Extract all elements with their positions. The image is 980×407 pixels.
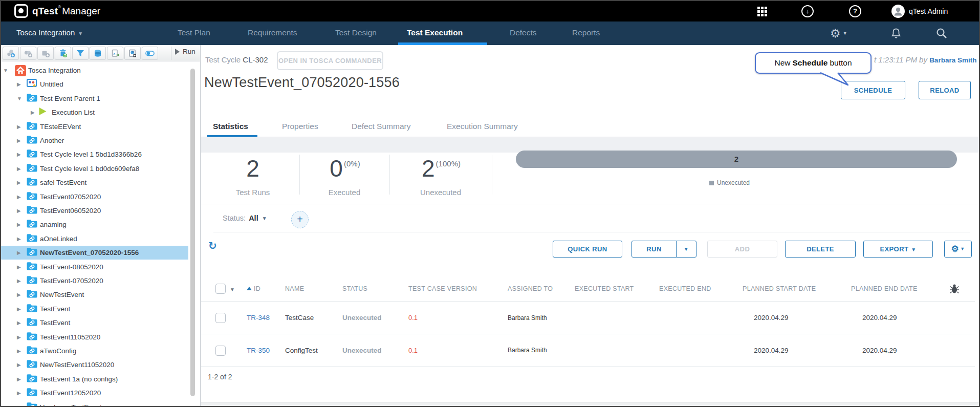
- row-checkbox[interactable]: [215, 313, 226, 323]
- tree-item-testeeevent[interactable]: ▶TEsteEEVent: [1, 120, 188, 134]
- user-name[interactable]: qTest Admin: [909, 7, 948, 15]
- run-button-toolbar[interactable]: Run: [175, 48, 195, 55]
- tree-item-testevent11052020[interactable]: ▶TestEvent11052020: [1, 330, 188, 344]
- tree-caret-icon[interactable]: ▶: [17, 180, 21, 185]
- tree-item-newtestevent11052020[interactable]: ▶NewTestEvent11052020: [1, 358, 188, 372]
- nav-item-defects[interactable]: Defects: [510, 28, 537, 37]
- grid-settings-button[interactable]: ⚙▼: [944, 241, 972, 258]
- add-filter-button[interactable]: +: [291, 211, 309, 228]
- nav-item-test-execution[interactable]: Test Execution: [407, 28, 463, 37]
- export-button[interactable]: EXPORT▼: [863, 241, 933, 258]
- tab-execution-summary[interactable]: Execution Summary: [447, 122, 518, 131]
- delete-button[interactable]: DELETE: [785, 241, 856, 258]
- tree-item-untitled[interactable]: ▶Untitled: [1, 77, 188, 91]
- filter-icon[interactable]: [72, 47, 89, 60]
- tree-caret-icon[interactable]: ▶: [17, 306, 21, 312]
- tree-item-testevent12052020[interactable]: ▶TestEvent12052020: [1, 386, 188, 400]
- nav-item-requirements[interactable]: Requirements: [248, 28, 297, 37]
- tree-caret-icon[interactable]: ▶: [17, 264, 21, 270]
- download-icon[interactable]: ↓: [801, 5, 814, 17]
- tree-scrollbar[interactable]: [190, 69, 195, 396]
- modified-by-link[interactable]: Barbara Smith: [929, 56, 976, 64]
- tree-caret-icon[interactable]: ▶: [17, 334, 21, 340]
- project-selector[interactable]: Tosca Integration▼: [16, 28, 83, 37]
- recycle-bin-icon[interactable]: [55, 47, 71, 60]
- tree-item-testevent-1a-no-configs-[interactable]: ▶TestEvent 1a (no configs): [1, 372, 188, 386]
- tree-caret-icon[interactable]: ▶: [17, 166, 21, 172]
- column-header-test-case-version[interactable]: TEST CASE VERSION: [408, 276, 477, 302]
- row-checkbox[interactable]: [215, 346, 226, 356]
- tree-item-testevent06052020[interactable]: ▶TestEvent06052020: [1, 204, 188, 218]
- tree-caret-icon[interactable]: ▶: [17, 390, 21, 396]
- column-header-id[interactable]: ID: [254, 276, 260, 302]
- select-all-checkbox[interactable]: [215, 284, 226, 294]
- tree-item-test-cycle-level-1-5bd1d3366b26[interactable]: ▶Test Cycle level 1 5bd1d3366b26: [1, 147, 188, 161]
- quick-run-button[interactable]: QUICK RUN: [553, 241, 622, 258]
- settings-gear-icon[interactable]: ⚙▼: [830, 22, 847, 45]
- bottom-scrollbar-track[interactable]: [201, 402, 980, 407]
- search-icon[interactable]: [935, 22, 948, 45]
- column-header-status[interactable]: STATUS: [342, 276, 367, 302]
- nav-item-test-design[interactable]: Test Design: [335, 28, 377, 37]
- run-button[interactable]: RUN: [631, 241, 677, 258]
- refresh-icon[interactable]: ↻: [208, 240, 217, 252]
- tree-item-newtestevent-07052020-1556[interactable]: ▶NewTestEvent_07052020-1556: [1, 246, 188, 260]
- tree-caret-icon[interactable]: ▶: [17, 138, 21, 143]
- tree-item-anaming[interactable]: ▶anaming: [1, 218, 188, 231]
- tree-item-atwoconfig[interactable]: ▶aTwoConfig: [1, 344, 188, 358]
- tree-caret-icon[interactable]: ▶: [17, 250, 21, 255]
- column-header-name[interactable]: NAME: [285, 276, 304, 302]
- status-filter[interactable]: Status: All ▼: [223, 214, 267, 222]
- reports-icon[interactable]: [124, 47, 141, 60]
- tree-item-testevent-07052020[interactable]: ▶TestEvent-07052020: [1, 274, 188, 288]
- nav-item-test-plan[interactable]: Test Plan: [178, 28, 210, 37]
- add-test-cycle-icon[interactable]: [37, 47, 54, 60]
- tree-caret-icon[interactable]: ▶: [17, 362, 21, 368]
- tree-item-test-event-parent-1[interactable]: ▼Test Event Parent 1: [1, 92, 188, 105]
- apps-grid-icon[interactable]: [757, 7, 767, 16]
- add-test-runs-icon[interactable]: [3, 47, 19, 60]
- run-dropdown-button[interactable]: ▼: [676, 241, 696, 258]
- tree-item-tosca-integration[interactable]: ▼Tosca Integration: [1, 63, 188, 77]
- notifications-bell-icon[interactable]: [890, 22, 902, 45]
- tree-caret-icon[interactable]: ▶: [17, 81, 21, 87]
- tree-item-testevent-08052020[interactable]: ▶TestEvent-08052020: [1, 260, 188, 274]
- tree-item-testevent[interactable]: ▶TestEvent: [1, 316, 188, 330]
- column-header-executed-end[interactable]: EXECUTED END: [659, 276, 711, 302]
- export-data-icon[interactable]: x: [107, 47, 123, 60]
- tree-item-verylargetestevent[interactable]: ▶VeryLargeTestEvent: [1, 400, 188, 407]
- cell-id[interactable]: TR-348: [247, 302, 270, 334]
- tree-caret-icon[interactable]: ▶: [17, 208, 21, 213]
- tree-item-testevent07052020[interactable]: ▶TestEvent07052020: [1, 190, 188, 204]
- column-header-planned-start-date[interactable]: PLANNED START DATE: [743, 276, 816, 302]
- cell-id[interactable]: TR-350: [247, 334, 270, 367]
- column-header-assigned-to[interactable]: ASSIGNED TO: [508, 276, 553, 302]
- tree-caret-icon[interactable]: ▶: [17, 124, 21, 130]
- tree-caret-icon[interactable]: ▶: [31, 110, 35, 115]
- column-header-executed-start[interactable]: EXECUTED START: [575, 276, 634, 302]
- tree-caret-icon[interactable]: ▶: [17, 194, 21, 200]
- tree-item-execution-list[interactable]: ▶Execution List: [1, 105, 188, 119]
- bug-icon[interactable]: [949, 283, 960, 296]
- add-button[interactable]: ADD: [707, 241, 777, 258]
- tree-item-testevent[interactable]: ▶TestEvent: [1, 302, 188, 316]
- tree-caret-icon[interactable]: ▼: [3, 68, 8, 73]
- tree-caret-icon[interactable]: ▶: [17, 348, 21, 354]
- tab-properties[interactable]: Properties: [282, 122, 318, 131]
- tree-caret-icon[interactable]: ▶: [17, 376, 21, 382]
- tree-item-newtestevent[interactable]: ▶NewTestEvent: [1, 288, 188, 302]
- table-row-tr-348[interactable]: TR-348TestCaseUnexecuted0.1Barbara Smith…: [201, 302, 975, 334]
- tree-caret-icon[interactable]: ▶: [17, 320, 21, 326]
- tree-item-aonelinked[interactable]: ▶aOneLinked: [1, 232, 188, 246]
- data-query-icon[interactable]: [90, 47, 106, 60]
- tab-statistics[interactable]: Statistics: [213, 122, 248, 131]
- reload-button[interactable]: RELOAD: [919, 81, 971, 99]
- tree-caret-icon[interactable]: ▶: [17, 222, 21, 227]
- tree-caret-icon[interactable]: ▶: [17, 236, 21, 242]
- column-header-planned-end-date[interactable]: PLANNED END DATE: [851, 276, 918, 302]
- user-avatar[interactable]: [891, 5, 905, 20]
- open-in-tosca-commander-button[interactable]: OPEN IN TOSCA COMMANDER: [277, 51, 383, 70]
- tree-caret-icon[interactable]: ▶: [17, 292, 21, 297]
- tree-caret-icon[interactable]: ▶: [17, 278, 21, 284]
- add-test-suite-icon[interactable]: [20, 47, 36, 60]
